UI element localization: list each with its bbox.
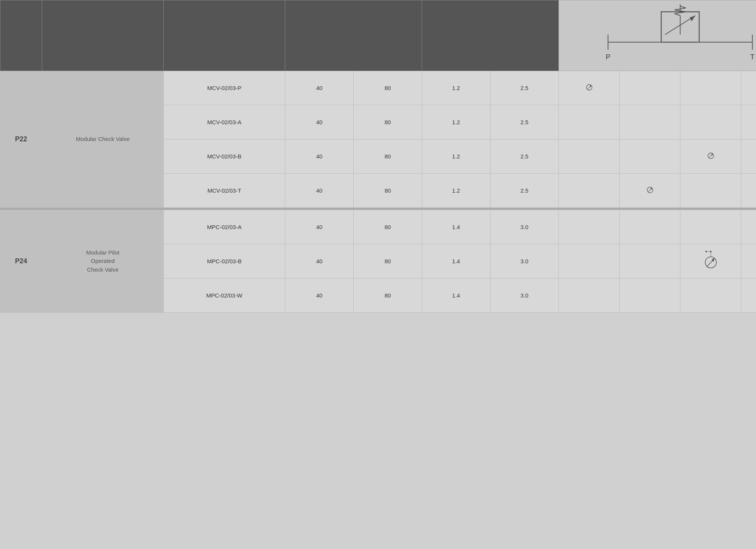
svg-marker-19 [590,85,592,87]
model-cell: MPC-02/03-B [164,244,285,278]
model-cell: MPC-02/03-A [164,210,285,244]
weight02-cell: 1.4 [422,210,490,244]
port-b-cell [680,71,741,105]
flow02-cell: 40 [285,139,354,174]
flow02-cell: 40 [285,210,354,244]
svg-text:T: T [750,53,754,61]
weight03-cell: 2.5 [490,174,559,208]
svg-marker-28 [650,188,652,190]
flow03-cell: 80 [354,210,422,244]
port-p-cell [559,210,620,244]
port-b-cell [680,105,741,139]
weight03-cell: 2.5 [490,105,559,139]
port-b-cell [680,244,741,278]
port-t-cell [620,105,680,139]
header-page [0,0,42,71]
header-diagram-svg: P T B A [559,0,756,69]
page-cell: P22 [0,71,42,208]
weight02-cell: 1.2 [422,174,490,208]
product-name-cell: Modular Pilot Operated Check Valve [42,210,164,313]
svg-marker-3 [690,16,696,21]
port-t-cell [620,210,680,244]
weight02-cell: 1.4 [422,278,490,313]
flow03-cell: 80 [354,244,422,278]
model-cell: MCV-02/03-T [164,174,285,208]
svg-point-42 [705,251,707,252]
port-t-cell [620,278,680,313]
port-a-cell [741,244,756,278]
table-wrapper: P T B A P22Modular Check ValveMCV-02/03-… [0,0,756,549]
flow03-cell: 80 [354,105,422,139]
port-a-cell [741,139,756,174]
flow03-cell: 80 [354,139,422,174]
flow03-cell: 80 [354,174,422,208]
weight02-cell: 1.2 [422,139,490,174]
header-diagram: P T B A [559,0,756,71]
weight03-cell: 2.5 [490,71,559,105]
header-product-name [42,0,164,71]
weight02-cell: 1.2 [422,71,490,105]
port-p-cell [559,71,620,105]
port-p-cell [559,244,620,278]
port-t-cell [620,244,680,278]
port-a-cell [741,105,756,139]
port-a-cell [741,71,756,105]
flow02-cell: 40 [285,174,354,208]
port-p-cell [559,105,620,139]
header-model [164,0,285,71]
model-cell: MCV-02/03-A [164,105,285,139]
product-table: P T B A P22Modular Check ValveMCV-02/03-… [0,0,756,313]
model-cell: MCV-02/03-B [164,139,285,174]
weight02-cell: 1.2 [422,105,490,139]
port-b-cell [680,139,741,174]
flow02-cell: 40 [285,105,354,139]
port-p-cell [559,174,620,208]
port-b-cell [680,174,741,208]
model-cell: MPC-02/03-W [164,278,285,313]
port-t-cell [620,139,680,174]
port-p-cell [559,278,620,313]
flow03-cell: 80 [354,278,422,313]
port-a-cell [741,278,756,313]
flow02-cell: 40 [285,71,354,105]
weight03-cell: 3.0 [490,278,559,313]
flow02-cell: 40 [285,278,354,313]
weight02-cell: 1.4 [422,244,490,278]
product-name-cell: Modular Check Valve [42,71,164,208]
port-b-cell [680,278,741,313]
model-cell: MCV-02/03-P [164,71,285,105]
port-p-cell [559,139,620,174]
port-t-cell [620,71,680,105]
svg-marker-38 [712,258,715,262]
port-a-cell [741,174,756,208]
weight03-cell: 3.0 [490,244,559,278]
weight03-cell: 3.0 [490,210,559,244]
header-max-flow [285,0,422,71]
header-weight [422,0,559,71]
page-cell: P24 [0,210,42,313]
svg-marker-25 [711,153,713,156]
svg-text:P: P [606,53,610,61]
flow03-cell: 80 [354,71,422,105]
flow02-cell: 40 [285,244,354,278]
weight03-cell: 2.5 [490,139,559,174]
port-a-cell [741,210,756,244]
port-b-cell [680,210,741,244]
port-t-cell [620,174,680,208]
